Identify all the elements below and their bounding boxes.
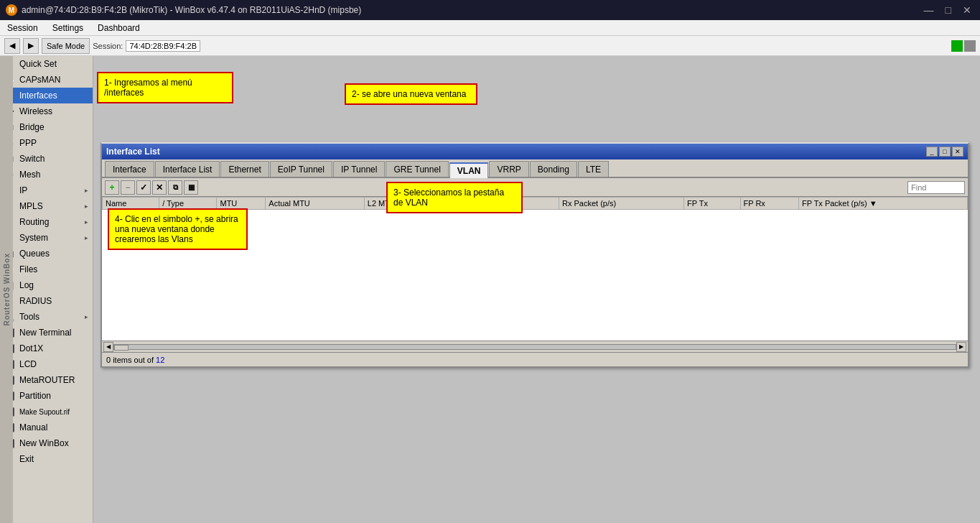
safe-mode-button[interactable]: Safe Mode	[42, 38, 90, 54]
sidebar-label-radius: RADIUS	[19, 296, 52, 306]
sidebar-item-make-supout[interactable]: ⬛ Make Supout.rif	[0, 404, 93, 420]
scrollbar-thumb[interactable]	[114, 345, 129, 351]
sidebar-item-bridge[interactable]: ⊞ Bridge	[0, 119, 93, 135]
sidebar-item-mesh[interactable]: ⊕ Mesh	[0, 167, 93, 182]
tab-ip-tunnel[interactable]: IP Tunnel	[333, 161, 385, 177]
sidebar-label-queues: Queues	[19, 249, 50, 259]
copy-button[interactable]: ⧉	[168, 180, 182, 195]
sidebar-item-lcd[interactable]: ⬛ LCD	[0, 356, 93, 372]
sidebar-item-interfaces[interactable]: ━ Interfaces	[0, 88, 93, 103]
sidebar-item-ip[interactable]: ▸ IP ▸	[0, 182, 93, 198]
filter-button[interactable]: ▦	[184, 180, 198, 195]
sidebar-label-switch: Switch	[19, 154, 45, 164]
sidebar-item-dot1x[interactable]: ⬛ Dot1X	[0, 341, 93, 356]
scrollbar-track[interactable]	[113, 344, 956, 350]
window-close-btn[interactable]: ✕	[952, 147, 963, 157]
sidebar-label-bridge: Bridge	[19, 122, 45, 132]
scroll-left-arrow[interactable]: ◀	[103, 342, 113, 352]
content-area: 1- Ingresamos al menú /interfaces 2- se …	[93, 56, 980, 523]
menu-session[interactable]: Session	[4, 22, 41, 34]
sidebar-item-wireless[interactable]: 〜 Wireless	[0, 103, 93, 119]
title-bar: M admin@74:4D:28:B9:F4:2B (MikroTik) - W…	[0, 0, 980, 20]
sidebar-label-metarouter: MetaROUTER	[19, 375, 75, 385]
sidebar-label-quick-set: Quick Set	[19, 59, 57, 69]
sidebar-label-ppp: PPP	[19, 138, 37, 148]
sidebar-item-exit[interactable]: ✕ Exit	[0, 451, 93, 467]
add-button[interactable]: +	[105, 180, 119, 195]
tab-vlan[interactable]: VLAN	[449, 162, 489, 178]
disable-button[interactable]: ✕	[152, 180, 167, 195]
col-fp-tx-packet: FP Tx Packet (p/s) ▼	[798, 198, 967, 210]
window-maximize-btn[interactable]: □	[939, 147, 951, 157]
sidebar-item-quick-set[interactable]: ⚡ Quick Set	[0, 56, 93, 72]
tools-arrow: ▸	[85, 313, 88, 320]
find-input[interactable]	[907, 181, 965, 194]
sidebar-item-radius[interactable]: ◎ RADIUS	[0, 293, 93, 309]
annotation-box-3: 3- Seleccionamos la pestaña de VLAN	[386, 182, 523, 213]
sidebar-label-partition: Partition	[19, 391, 51, 401]
tab-interface-list[interactable]: Interface List	[155, 161, 220, 177]
col-name: Name	[103, 198, 159, 210]
session-value: 74:4D:28:B9:F4:2B	[126, 40, 200, 52]
window-minimize-btn[interactable]: _	[926, 147, 938, 157]
sidebar-label-capsman: CAPsMAN	[19, 75, 60, 85]
tab-vrrp[interactable]: VRRP	[489, 161, 528, 177]
sidebar-item-system[interactable]: ▸ System ▸	[0, 230, 93, 246]
sidebar-item-log[interactable]: 📋 Log	[0, 277, 93, 293]
annotation-box-2: 2- se abre una nueva ventana	[345, 83, 477, 105]
tab-eoip-tunnel[interactable]: EoIP Tunnel	[270, 161, 332, 177]
sidebar-item-metarouter[interactable]: ⬛ MetaROUTER	[0, 372, 93, 388]
tab-interface[interactable]: Interface	[105, 161, 154, 177]
sidebar-item-switch[interactable]: ⊟ Switch	[0, 151, 93, 167]
sidebar-item-manual[interactable]: ⬛ Manual	[0, 420, 93, 435]
tab-bonding[interactable]: Bonding	[530, 161, 577, 177]
sidebar-item-capsman[interactable]: 📡 CAPsMAN	[0, 72, 93, 88]
menu-dashboard[interactable]: Dashboard	[95, 22, 143, 34]
minimize-button[interactable]: —	[921, 4, 937, 16]
sidebar-label-dot1x: Dot1X	[19, 343, 43, 353]
enable-button[interactable]: ✓	[136, 180, 151, 195]
status-count: 12	[156, 356, 164, 364]
remove-button[interactable]: −	[121, 180, 135, 195]
sidebar: ⚡ Quick Set 📡 CAPsMAN ━ Interfaces 〜 Wir…	[0, 56, 93, 523]
main-toolbar: ◀ ▶ Safe Mode Session: 74:4D:28:B9:F4:2B	[0, 36, 980, 56]
sidebar-item-ppp[interactable]: ◈ PPP	[0, 135, 93, 151]
tab-gre-tunnel[interactable]: GRE Tunnel	[386, 161, 448, 177]
menu-settings[interactable]: Settings	[50, 22, 86, 34]
forward-button[interactable]: ▶	[23, 38, 39, 54]
status-text: 0 items out of 12	[106, 356, 164, 364]
col-actual-mtu: Actual MTU	[266, 198, 364, 210]
sidebar-label-mpls: MPLS	[19, 201, 43, 211]
window-controls: — □ ✕	[921, 4, 974, 16]
maximize-button[interactable]: □	[943, 4, 954, 16]
sidebar-item-routing[interactable]: ▸ Routing ▸	[0, 214, 93, 230]
status-indicators	[951, 40, 976, 52]
sidebar-item-queues[interactable]: ▤ Queues	[0, 246, 93, 262]
app-icon: M	[6, 4, 17, 16]
sidebar-label-routing: Routing	[19, 217, 49, 227]
scroll-right-arrow[interactable]: ▶	[956, 342, 966, 352]
window-btn-controls: _ □ ✕	[926, 147, 963, 157]
main-layout: ⚡ Quick Set 📡 CAPsMAN ━ Interfaces 〜 Wir…	[0, 56, 980, 523]
sidebar-label-lcd: LCD	[19, 359, 37, 369]
sidebar-item-new-winbox[interactable]: ⬛ New WinBox	[0, 435, 93, 451]
sidebar-label-wireless: Wireless	[19, 106, 52, 116]
mpls-arrow: ▸	[85, 203, 88, 210]
sidebar-item-files[interactable]: 📁 Files	[0, 262, 93, 277]
horizontal-scrollbar[interactable]: ◀ ▶	[102, 341, 968, 352]
close-button[interactable]: ✕	[960, 4, 974, 16]
ip-arrow: ▸	[85, 187, 88, 194]
sidebar-label-system: System	[19, 233, 48, 243]
col-type: / Type	[159, 198, 217, 210]
tab-ethernet[interactable]: Ethernet	[220, 161, 269, 177]
back-button[interactable]: ◀	[4, 38, 20, 54]
sidebar-item-new-terminal[interactable]: ⬛ New Terminal	[0, 325, 93, 341]
sidebar-item-partition[interactable]: ⬛ Partition	[0, 388, 93, 404]
sidebar-item-tools[interactable]: 🔧 Tools ▸	[0, 309, 93, 325]
status-green-indicator	[951, 40, 963, 52]
tab-lte[interactable]: LTE	[578, 161, 609, 177]
annotation-box-1: 1- Ingresamos al menú /interfaces	[97, 72, 233, 103]
sidebar-item-mpls[interactable]: ▸ MPLS ▸	[0, 198, 93, 214]
sidebar-label-ip: IP	[19, 185, 27, 195]
annotation-box-4: 4- Clic en el simbolo +, se abrira una n…	[108, 208, 248, 250]
